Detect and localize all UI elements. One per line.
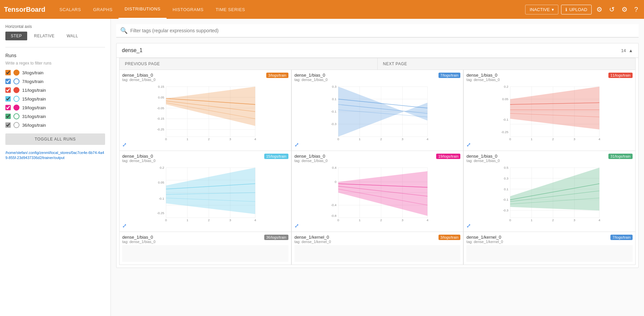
chart-tag-4: tag: dense_1/bias_0 [122,159,264,163]
chart-footer-2: ⤢ [294,140,461,148]
settings-icon[interactable]: ⚙ [619,3,630,15]
run-label-7: 7/logs/train [22,79,44,84]
bottom-chart-title-group-1: dense_1/bias_0 tag: dense_1/bias_0 [122,235,264,244]
nav-distributions[interactable]: DISTRIBUTIONS [119,0,167,19]
expand-icon-1[interactable]: ⤢ [122,142,127,148]
axis-step-button[interactable]: STEP [5,32,27,40]
runs-list: 3/logs/train 7/logs/train 11/logs/train … [5,70,105,128]
nav-time-series[interactable]: TIME SERIES [210,0,251,19]
run-checkbox-11[interactable] [5,87,11,93]
run-label-11: 11/logs/train [22,88,46,93]
axis-relative-button[interactable]: RELATIVE [29,32,60,40]
chart-svg-area-6: 0.5 0.3 0.1 -0.1 -0.3 0 1 2 3 4 [466,164,633,221]
chart-header-3: dense_1/bias_0 tag: dense_1/bias_0 11/lo… [466,73,633,82]
svg-marker-41 [338,87,427,137]
svg-text:0: 0 [337,218,339,221]
chart-title-group-6: dense_1/bias_0 tag: dense_1/bias_0 [466,154,608,163]
svg-text:2: 2 [380,137,382,140]
run-checkbox-36[interactable] [5,122,11,128]
run-checkbox-3[interactable] [5,70,11,75]
run-circle-11 [13,87,19,93]
bottom-chart-tag-1: tag: dense_1/bias_0 [122,240,264,244]
run-item-15[interactable]: 15/logs/train [5,96,105,102]
prev-page-button[interactable]: PREVIOUS PAGE [119,58,378,70]
expand-icon-6[interactable]: ⤢ [466,223,471,229]
chart-svg-3: 0.2 0.05 -0.1 -0.25 0 1 2 3 4 [466,83,633,140]
chart-card-4: dense_1/bias_0 tag: dense_1/bias_0 15/lo… [119,151,291,232]
svg-text:1: 1 [187,137,188,140]
svg-text:1: 1 [359,137,360,140]
chart-title-group-5: dense_1/bias_0 tag: dense_1/bias_0 [294,154,436,163]
search-input[interactable] [130,28,635,33]
chart-svg-area-5: 0.4 0 -0.4 -0.8 0 1 2 3 4 [294,164,461,221]
expand-icon-2[interactable]: ⤢ [294,142,299,148]
refresh-icon[interactable]: ↺ [607,3,617,15]
chart-header-2: dense_1/bias_0 tag: dense_1/bias_0 7/log… [294,73,461,82]
svg-text:0: 0 [334,180,336,184]
chart-svg-4: 0.2 0.05 -0.1 -0.25 0 1 2 3 4 [122,164,288,221]
bottom-chart-preview-3 [466,245,633,262]
chart-title-group-4: dense_1/bias_0 tag: dense_1/bias_0 [122,154,264,163]
nav-histograms[interactable]: HISTOGRAMS [167,0,210,19]
run-checkbox-31[interactable] [5,114,11,119]
run-item-36[interactable]: 36/logs/train [5,122,105,128]
chart-svg-area-4: 0.2 0.05 -0.1 -0.25 0 1 2 3 4 [122,164,288,221]
svg-text:-0.1: -0.1 [503,198,508,201]
svg-text:1: 1 [531,218,533,221]
chart-header-5: dense_1/bias_0 tag: dense_1/bias_0 19/lo… [294,154,461,163]
upload-button[interactable]: ℹ UPLOAD [561,5,591,14]
run-checkbox-19[interactable] [5,105,11,110]
chart-footer-3: ⤢ [466,140,633,148]
bottom-run-badge-1: 36/logs/train [264,235,288,240]
svg-marker-81 [166,168,255,214]
nav-scalars[interactable]: SCALARS [53,0,87,19]
chart-title-6: dense_1/bias_0 [466,154,608,159]
svg-text:2: 2 [380,218,382,221]
nav-graphs[interactable]: GRAPHS [87,0,119,19]
run-badge-5: 19/logs/train [436,154,460,159]
inactive-button[interactable]: INACTIVE ▾ [525,5,558,14]
svg-text:3: 3 [229,137,231,140]
run-checkbox-7[interactable] [5,79,11,84]
svg-text:3: 3 [229,218,231,221]
next-page-button[interactable]: NEXT PAGE [378,58,636,70]
bottom-chart-3: dense_1/kernel_0 tag: dense_1/kernel_0 7… [463,232,636,265]
run-item-3[interactable]: 3/logs/train [5,70,105,76]
section: dense_1 14 ▲ PREVIOUS PAGE NEXT PAGE [116,43,639,268]
expand-icon-5[interactable]: ⤢ [294,223,299,229]
run-item-31[interactable]: 31/logs/train [5,113,105,119]
chart-footer-6: ⤢ [466,221,633,229]
refresh-profile-icon[interactable]: ⚙ [594,3,604,15]
svg-text:1: 1 [531,137,533,140]
section-count: 14 [621,48,626,53]
bottom-run-badge-2: 3/logs/train [439,235,461,240]
collapse-icon[interactable]: ▲ [629,48,633,53]
run-item-11[interactable]: 11/logs/train [5,87,105,93]
svg-text:0: 0 [337,137,339,140]
toggle-all-button[interactable]: TOGGLE ALL RUNS [5,133,105,145]
axis-wall-button[interactable]: WALL [61,32,83,40]
chart-footer-4: ⤢ [122,221,288,229]
svg-text:4: 4 [426,137,428,140]
svg-text:0.3: 0.3 [504,176,508,180]
chart-card-6: dense_1/bias_0 tag: dense_1/bias_0 31/lo… [463,151,636,232]
expand-icon-3[interactable]: ⤢ [466,142,471,148]
run-item-7[interactable]: 7/logs/train [5,78,105,84]
chart-header-6: dense_1/bias_0 tag: dense_1/bias_0 31/lo… [466,154,633,163]
chart-svg-1: 0.15 0.05 -0.05 -0.15 -0.25 0 1 2 3 4 [122,83,288,140]
chart-card-5: dense_1/bias_0 tag: dense_1/bias_0 19/lo… [291,151,464,232]
svg-text:-0.25: -0.25 [501,130,509,134]
expand-icon-4[interactable]: ⤢ [122,223,127,229]
path-info: /home/stefan/.config/zenml/local_stores/… [5,150,105,161]
chart-title-group-1: dense_1/bias_0 tag: dense_1/bias_0 [122,73,266,82]
run-label-15: 15/logs/train [22,96,46,102]
help-icon[interactable]: ? [632,4,640,15]
logo: TensorBoard [4,6,45,13]
bottom-run-badge-3: 7/logs/train [610,235,633,240]
run-item-19[interactable]: 19/logs/train [5,105,105,111]
run-circle-19 [13,105,19,111]
svg-text:-0.3: -0.3 [503,208,508,212]
chart-title-4: dense_1/bias_0 [122,154,264,159]
run-checkbox-15[interactable] [5,96,11,102]
chart-svg-area-1: 0.15 0.05 -0.05 -0.15 -0.25 0 1 2 3 4 [122,83,288,140]
